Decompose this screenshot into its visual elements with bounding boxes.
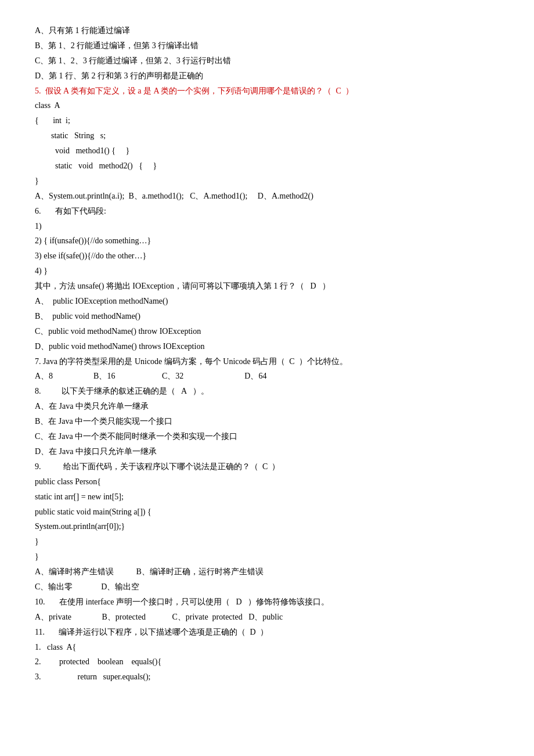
page-content: A、只有第 1 行能通过编译 B、第 1、2 行能通过编译，但第 3 行编译出错… xyxy=(35,23,499,685)
question-5: 5. 假设 A 类有如下定义，设 a 是 A 类的一个实例，下列语句调用哪个是错… xyxy=(35,84,499,99)
q8-optB: B、在 Java 中一个类只能实现一个接口 xyxy=(35,414,499,429)
q10-options: A、private B、protected C、private protecte… xyxy=(35,610,499,625)
q8-optC: C、在 Java 中一个类不能同时继承一个类和实现一个接口 xyxy=(35,429,499,444)
q6-optD: D、public void methodName() throws IOExce… xyxy=(35,339,499,354)
q9-optAB: A、编译时将产生错误 B、编译时正确，运行时将产生错误 xyxy=(35,564,499,579)
q11-line2: 2. protected boolean equals(){ xyxy=(35,654,499,669)
question-10: 10. 在使用 interface 声明一个接口时，只可以使用（ D ）修饰符修… xyxy=(35,595,499,610)
q6-line4: 4) } xyxy=(35,264,499,279)
question-11: 11. 编译并运行以下程序，以下描述哪个选项是正确的（ D ） xyxy=(35,625,499,640)
q6-line1: 1) xyxy=(35,219,499,234)
q5-static-string: static String s; xyxy=(35,128,499,143)
q9-println: System.out.println(arr[0]);} xyxy=(35,519,499,534)
line-d-all: D、第 1 行、第 2 行和第 3 行的声明都是正确的 xyxy=(35,69,499,84)
question-8: 8. 以下关于继承的叙述正确的是（ A ）。 xyxy=(35,384,499,399)
line-c-compile: C、第 1、2、3 行能通过编译，但第 2、3 行运行时出错 xyxy=(35,53,499,69)
q5-class-decl: class A xyxy=(35,98,499,113)
q11-line1: 1. class A{ xyxy=(35,640,499,655)
q7-options: A、8 B、16 C、32 D、64 xyxy=(35,369,499,384)
q6-optB: B、 public void methodName() xyxy=(35,309,499,324)
q6-line3: 3) else if(safe()){//do the other…} xyxy=(35,249,499,264)
line-b-compile: B、第 1、2 行能通过编译，但第 3 行编译出错 xyxy=(35,38,499,53)
q9-class-decl: public class Person{ xyxy=(35,474,499,489)
q6-optC: C、public void methodName() throw IOExcep… xyxy=(35,324,499,339)
q5-method1: void method1() { } xyxy=(35,143,499,159)
question-9: 9. 给出下面代码，关于该程序以下哪个说法是正确的？（ C ） xyxy=(35,459,499,474)
question-7: 7. Java 的字符类型采用的是 Unicode 编码方案，每个 Unicod… xyxy=(35,354,499,369)
line-a-only: A、只有第 1 行能通过编译 xyxy=(35,23,499,38)
q6-line2: 2) { if(unsafe()){//do something…} xyxy=(35,233,499,249)
q9-brace1: } xyxy=(35,534,499,549)
q9-static-arr: static int arr[] = new int[5]; xyxy=(35,489,499,505)
q8-optD: D、在 Java 中接口只允许单一继承 xyxy=(35,444,499,459)
q6-question: 其中，方法 unsafe() 将抛出 IOException，请问可将以下哪项填… xyxy=(35,279,499,294)
q8-optA: A、在 Java 中类只允许单一继承 xyxy=(35,399,499,414)
q11-line3: 3. return super.equals(); xyxy=(35,669,499,685)
question-6: 6. 有如下代码段: xyxy=(35,204,499,219)
q5-brace-close: } xyxy=(35,174,499,189)
q9-optCD: C、输出零 D、输出空 xyxy=(35,579,499,595)
q9-brace2: } xyxy=(35,549,499,564)
q5-brace-open: { int i; xyxy=(35,113,499,128)
q5-method2: static void method2() { } xyxy=(35,159,499,174)
q6-optA: A、 public IOException methodName() xyxy=(35,294,499,309)
q5-options: A、System.out.println(a.i); B、a.method1()… xyxy=(35,189,499,204)
q9-main: public static void main(String a[]) { xyxy=(35,505,499,520)
